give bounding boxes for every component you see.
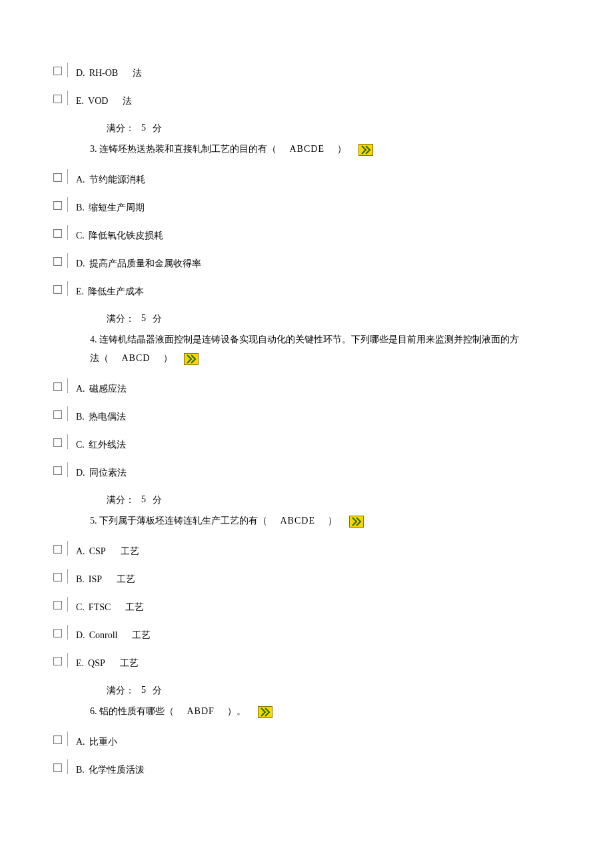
tick-accent bbox=[61, 169, 68, 184]
question-prefix: 铝的性质有哪些（ bbox=[99, 706, 174, 716]
checkbox-wrap[interactable] bbox=[53, 601, 67, 614]
option-main: RH-OB bbox=[89, 68, 119, 79]
option-row: D. Conroll 工艺 bbox=[53, 629, 560, 642]
option-suffix: 工艺 bbox=[120, 657, 139, 669]
option-letter: C. bbox=[76, 230, 85, 241]
score-prefix: 满分： bbox=[107, 685, 135, 697]
tick-accent bbox=[61, 653, 68, 667]
option-row: C. FTSC 工艺 bbox=[53, 601, 560, 614]
score-suffix: 分 bbox=[153, 123, 162, 135]
leading-options-block: D. RH-OB 法 E. VOD 法 bbox=[53, 67, 560, 108]
question-suffix: ） bbox=[163, 353, 173, 363]
option-text: A. 磁感应法 bbox=[76, 383, 127, 395]
checkbox-wrap[interactable] bbox=[53, 763, 67, 777]
question-number: 6. bbox=[90, 706, 97, 716]
checkbox-wrap[interactable] bbox=[53, 629, 67, 642]
checkbox-wrap[interactable] bbox=[53, 735, 67, 749]
option-letter: D. bbox=[76, 68, 85, 79]
option-text: C. 降低氧化铁皮损耗 bbox=[76, 230, 163, 242]
score-value: 5 bbox=[141, 685, 146, 697]
question-options: A. 比重小 B. 化学性质活泼 bbox=[53, 735, 560, 777]
option-letter: B. bbox=[76, 765, 85, 775]
tick-accent bbox=[61, 597, 68, 612]
score-value: 5 bbox=[141, 313, 146, 325]
option-text: D. 同位素法 bbox=[76, 467, 127, 479]
question-prefix: 下列属于薄板坯连铸连轧生产工艺的有（ bbox=[99, 516, 267, 526]
score-prefix: 满分： bbox=[107, 123, 135, 135]
question-suffix: ） bbox=[337, 144, 346, 154]
option-main: FTSC bbox=[89, 602, 111, 613]
option-row: A. CSP 工艺 bbox=[53, 545, 560, 558]
option-row: E. VOD 法 bbox=[53, 95, 560, 108]
checkbox-wrap[interactable] bbox=[53, 573, 67, 586]
option-row: B. 缩短生产周期 bbox=[53, 201, 560, 215]
checkbox-wrap[interactable] bbox=[53, 657, 67, 670]
option-text: A. 节约能源消耗 bbox=[76, 174, 145, 186]
score-suffix: 分 bbox=[153, 685, 162, 697]
option-suffix: 工艺 bbox=[132, 630, 151, 642]
option-letter: B. bbox=[76, 412, 85, 422]
option-main: 节约能源消耗 bbox=[89, 174, 145, 186]
option-letter: A. bbox=[76, 384, 85, 394]
tick-accent bbox=[61, 541, 68, 556]
tick-accent bbox=[61, 91, 68, 105]
answer-icon[interactable] bbox=[349, 516, 364, 528]
score-line: 满分： 5 分 bbox=[107, 494, 560, 506]
checkbox-wrap[interactable] bbox=[53, 173, 67, 187]
question-answer: ABDF bbox=[187, 706, 215, 716]
option-row: A. 磁感应法 bbox=[53, 382, 560, 396]
checkbox-wrap[interactable] bbox=[53, 382, 67, 396]
option-letter: D. bbox=[76, 630, 85, 641]
option-row: D. 同位素法 bbox=[53, 466, 560, 480]
option-text: E. VOD 法 bbox=[76, 95, 132, 107]
checkbox-wrap[interactable] bbox=[53, 438, 67, 452]
option-row: B. 化学性质活泼 bbox=[53, 763, 560, 777]
option-row: D. RH-OB 法 bbox=[53, 67, 560, 80]
answer-icon[interactable] bbox=[184, 353, 199, 365]
checkbox-wrap[interactable] bbox=[53, 95, 67, 108]
score-suffix: 分 bbox=[153, 494, 162, 506]
tick-accent bbox=[61, 625, 68, 640]
score-value: 5 bbox=[141, 494, 146, 506]
checkbox-wrap[interactable] bbox=[53, 67, 67, 80]
tick-accent bbox=[61, 731, 68, 746]
question-answer: ABCDE bbox=[281, 516, 315, 526]
tick-accent bbox=[61, 462, 68, 477]
option-text: C. 红外线法 bbox=[76, 439, 126, 451]
tick-accent bbox=[61, 434, 68, 449]
option-main: 比重小 bbox=[89, 736, 117, 748]
option-suffix: 法 bbox=[123, 95, 132, 107]
option-letter: D. bbox=[76, 258, 85, 269]
question-stem: 5. 下列属于薄板坯连铸连轧生产工艺的有（ ABCDE ） bbox=[90, 512, 520, 530]
option-text: A. 比重小 bbox=[76, 736, 117, 748]
option-text: B. 缩短生产周期 bbox=[76, 202, 145, 214]
score-prefix: 满分： bbox=[107, 494, 135, 506]
question-suffix: ）。 bbox=[227, 706, 246, 716]
tick-accent bbox=[61, 406, 68, 421]
option-text: B. 热电偶法 bbox=[76, 411, 126, 423]
checkbox-wrap[interactable] bbox=[53, 257, 67, 270]
question-number: 4. bbox=[90, 334, 97, 344]
option-row: A. 比重小 bbox=[53, 735, 560, 749]
option-text: E. QSP 工艺 bbox=[76, 657, 139, 669]
checkbox-wrap[interactable] bbox=[53, 410, 67, 424]
tick-accent bbox=[61, 569, 68, 584]
question-answer: ABCD bbox=[122, 353, 151, 363]
checkbox-wrap[interactable] bbox=[53, 545, 67, 558]
question-answer: ABCDE bbox=[290, 144, 324, 154]
checkbox-wrap[interactable] bbox=[53, 201, 67, 215]
checkbox-wrap[interactable] bbox=[53, 466, 67, 480]
option-text: D. Conroll 工艺 bbox=[76, 630, 151, 642]
option-main: VOD bbox=[88, 96, 108, 107]
question-prefix: 连铸机结晶器液面控制是连铸设备实现自动化的关键性环节。下列哪些是目前用来监测并控… bbox=[90, 334, 519, 363]
option-letter: D. bbox=[76, 468, 85, 478]
option-letter: C. bbox=[76, 602, 85, 613]
checkbox-wrap[interactable] bbox=[53, 285, 67, 298]
answer-icon[interactable] bbox=[358, 144, 373, 156]
option-main: 同位素法 bbox=[89, 467, 127, 479]
option-main: QSP bbox=[88, 658, 105, 669]
checkbox-wrap[interactable] bbox=[53, 229, 67, 242]
option-suffix: 工艺 bbox=[117, 574, 135, 586]
answer-icon[interactable] bbox=[258, 706, 273, 718]
question-options: A. 节约能源消耗 B. 缩短生产周期 C. 降低氧化铁皮损耗 D. 提高产品质… bbox=[53, 173, 560, 298]
